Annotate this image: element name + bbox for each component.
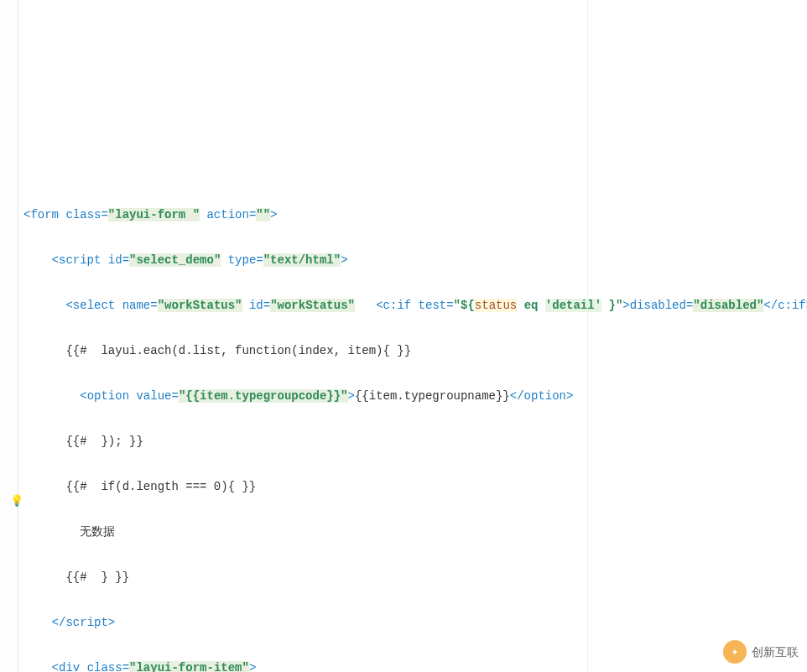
code-line: {{# if(d.length === 0){ }} [23, 476, 807, 498]
code-line: {{# } }} [23, 566, 807, 589]
code-line: <script id="select_demo" type="text/html… [23, 249, 807, 272]
code-line: </script> [23, 612, 807, 634]
watermark-text: 创新互联 [752, 641, 799, 664]
watermark-icon: ✦ [723, 640, 747, 664]
code-line: <select name="workStatus" id="workStatus… [23, 294, 807, 317]
code-line: <option value="{{item.typegroupcode}}">{… [23, 385, 807, 408]
code-line: 无数据 [23, 521, 807, 544]
code-line: {{# }); }} [23, 430, 807, 453]
code-line: {{# layui.each(d.list, function(index, i… [23, 340, 807, 362]
code-editor[interactable]: <form class="layui-form " action=""> <sc… [0, 181, 807, 672]
watermark: ✦ 创新互联 [723, 640, 799, 664]
code-line: <form class="layui-form " action=""> [23, 204, 807, 227]
code-line: <div class="layui-form-item"> [23, 657, 807, 672]
